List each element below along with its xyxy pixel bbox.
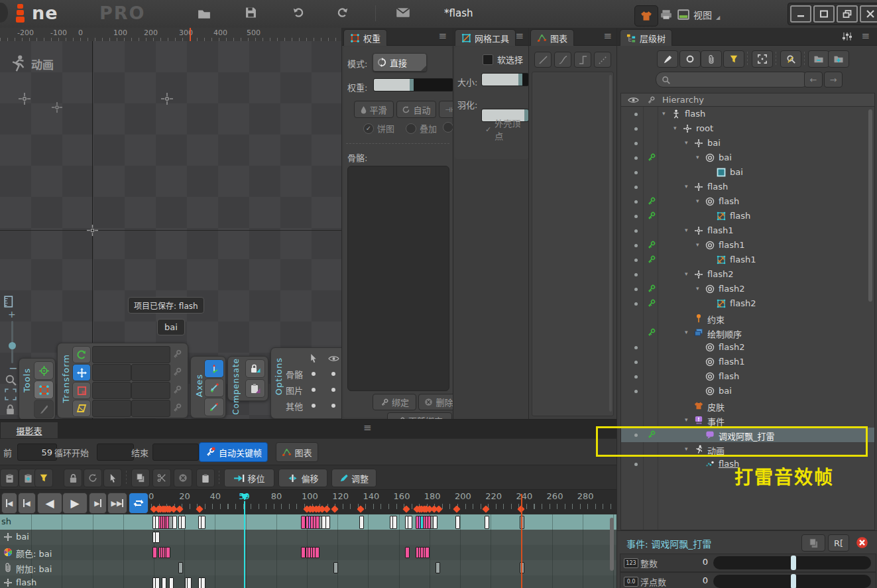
tab-weights[interactable]: 权重 bbox=[343, 29, 387, 46]
expand-arrow-icon[interactable]: ▾ bbox=[685, 227, 688, 233]
visibility-dot[interactable] bbox=[634, 186, 638, 189]
attachment-button[interactable] bbox=[701, 50, 722, 68]
visibility-dot[interactable] bbox=[634, 288, 638, 291]
translate-button[interactable] bbox=[72, 364, 91, 381]
keyed-icon[interactable] bbox=[646, 152, 656, 162]
keyed-icon[interactable] bbox=[646, 196, 656, 206]
graph-scrollbar[interactable] bbox=[609, 75, 612, 412]
tree-row-flash2[interactable]: ▾flash2 bbox=[621, 282, 874, 296]
expand-arrow-icon[interactable]: ▾ bbox=[696, 154, 699, 160]
bones-visible-dot[interactable] bbox=[331, 372, 335, 376]
expand-arrow-icon[interactable]: ▾ bbox=[696, 285, 699, 292]
save-icon[interactable] bbox=[245, 7, 257, 19]
tree-row-bai[interactable]: bai bbox=[621, 165, 874, 180]
keyframe[interactable] bbox=[181, 516, 186, 529]
keyframe[interactable] bbox=[315, 547, 320, 558]
tree-row-flash[interactable]: ▾flash bbox=[621, 180, 874, 194]
visibility-dot[interactable] bbox=[634, 215, 638, 218]
other-select-dot[interactable] bbox=[312, 404, 316, 408]
keyed-icon[interactable] bbox=[646, 298, 656, 308]
tab-dopesheet[interactable]: 摄影表 bbox=[0, 422, 58, 439]
keyed-icon[interactable] bbox=[646, 284, 656, 294]
visibility-dot[interactable] bbox=[634, 346, 638, 349]
tree-row-bai[interactable]: bai bbox=[621, 384, 874, 398]
float-value[interactable]: 0 bbox=[687, 575, 708, 585]
tree-row-bai[interactable]: ▾bai bbox=[621, 136, 874, 150]
zoom-slider-handle[interactable] bbox=[9, 342, 16, 349]
event-delete-button[interactable] bbox=[852, 534, 872, 550]
timeline-tracks[interactable]: shbai颜色: bai附加: baiflash bbox=[0, 514, 616, 588]
expand-arrow-icon[interactable]: ▾ bbox=[696, 241, 699, 248]
play-backward-button[interactable]: ◀ bbox=[37, 493, 62, 514]
axes-local-button[interactable] bbox=[204, 359, 224, 378]
bone-crosshair[interactable] bbox=[19, 93, 30, 105]
weights-tool-button[interactable] bbox=[34, 381, 54, 399]
delete-button[interactable]: 删除 bbox=[418, 394, 453, 410]
expand-arrow-icon[interactable]: ▾ bbox=[685, 270, 688, 277]
filter-button[interactable] bbox=[723, 50, 744, 68]
visibility-dot[interactable] bbox=[634, 259, 638, 262]
tracks-scrollbar[interactable] bbox=[610, 518, 614, 571]
keyframe[interactable] bbox=[425, 547, 430, 558]
shear-y-field[interactable] bbox=[131, 400, 170, 417]
viewport-canvas[interactable]: 动画 项目已保存: flash bai + − Tools bbox=[0, 41, 341, 419]
refresh-button[interactable] bbox=[84, 469, 102, 487]
maximize-button[interactable] bbox=[813, 5, 835, 23]
update-bind-button[interactable]: 更新绑定 bbox=[387, 412, 452, 419]
shift-button[interactable]: 移位 bbox=[224, 469, 274, 487]
int-value[interactable]: 0 bbox=[687, 557, 708, 567]
expand-arrow-icon[interactable]: ▾ bbox=[685, 329, 688, 335]
keyframe[interactable] bbox=[201, 516, 205, 529]
weights-menu-icon[interactable]: ≡ bbox=[438, 31, 447, 41]
keyframe[interactable] bbox=[408, 516, 412, 529]
keyframe[interactable] bbox=[359, 516, 364, 529]
cut-button[interactable] bbox=[152, 469, 171, 487]
frame-field[interactable]: 59 bbox=[17, 443, 57, 461]
bind-button[interactable]: 绑定 bbox=[373, 394, 416, 410]
frame-selection-button[interactable] bbox=[752, 50, 773, 68]
keyed-icon[interactable] bbox=[646, 327, 656, 337]
expand-arrow-icon[interactable]: ▾ bbox=[685, 183, 688, 190]
rotate-button[interactable] bbox=[72, 346, 91, 363]
int-slider[interactable] bbox=[713, 556, 871, 569]
visibility-dot[interactable] bbox=[634, 127, 638, 131]
keyframe[interactable] bbox=[455, 516, 460, 529]
keyframe[interactable] bbox=[152, 547, 157, 558]
compensate-bones-button[interactable] bbox=[245, 379, 265, 398]
expand-arrow-icon[interactable]: ▾ bbox=[685, 416, 688, 423]
compensate-images-button[interactable] bbox=[245, 359, 265, 378]
images-visible-dot[interactable] bbox=[331, 388, 335, 392]
paste-button[interactable] bbox=[196, 469, 215, 487]
tree-row-bai[interactable]: ▾bai bbox=[621, 150, 874, 165]
zoom-in-icon[interactable]: + bbox=[8, 309, 16, 320]
pose-tool-button[interactable] bbox=[34, 361, 54, 380]
keyframe[interactable] bbox=[201, 577, 205, 588]
keyframe[interactable] bbox=[162, 577, 166, 588]
int-slider-handle[interactable] bbox=[791, 556, 796, 570]
soft-select-checkbox[interactable]: 软选择 bbox=[483, 53, 523, 66]
tree-row-flash[interactable]: ▾flash bbox=[621, 194, 874, 209]
visibility-dot[interactable] bbox=[634, 200, 638, 204]
create-tool-button[interactable] bbox=[34, 400, 54, 418]
lock-view-icon[interactable] bbox=[5, 404, 15, 415]
keyframe[interactable] bbox=[392, 516, 397, 529]
loop-button[interactable] bbox=[129, 493, 148, 514]
search-keys-button[interactable] bbox=[780, 50, 801, 68]
playhead[interactable] bbox=[244, 501, 245, 588]
key-translate-icon[interactable] bbox=[172, 367, 182, 377]
hull-checkbox[interactable]: ✓外壳顶点 bbox=[485, 117, 529, 142]
expand-arrow-icon[interactable]: ▾ bbox=[662, 110, 666, 117]
zoom-out-icon[interactable]: − bbox=[9, 362, 17, 375]
visibility-dot[interactable] bbox=[634, 302, 638, 306]
end-field[interactable] bbox=[152, 443, 199, 461]
graph-menu-icon[interactable]: ≡ bbox=[603, 31, 612, 41]
shear-button[interactable] bbox=[72, 400, 91, 417]
visibility-dot[interactable] bbox=[634, 463, 638, 466]
keyed-icon[interactable] bbox=[646, 255, 656, 265]
weight-slider[interactable] bbox=[373, 78, 453, 91]
bones-list[interactable] bbox=[347, 166, 449, 391]
origin-crosshair[interactable] bbox=[87, 225, 98, 236]
keyframe[interactable] bbox=[155, 532, 160, 543]
prune-button[interactable]: ⊣⊢ bbox=[439, 101, 453, 118]
lock-button[interactable] bbox=[64, 469, 82, 487]
